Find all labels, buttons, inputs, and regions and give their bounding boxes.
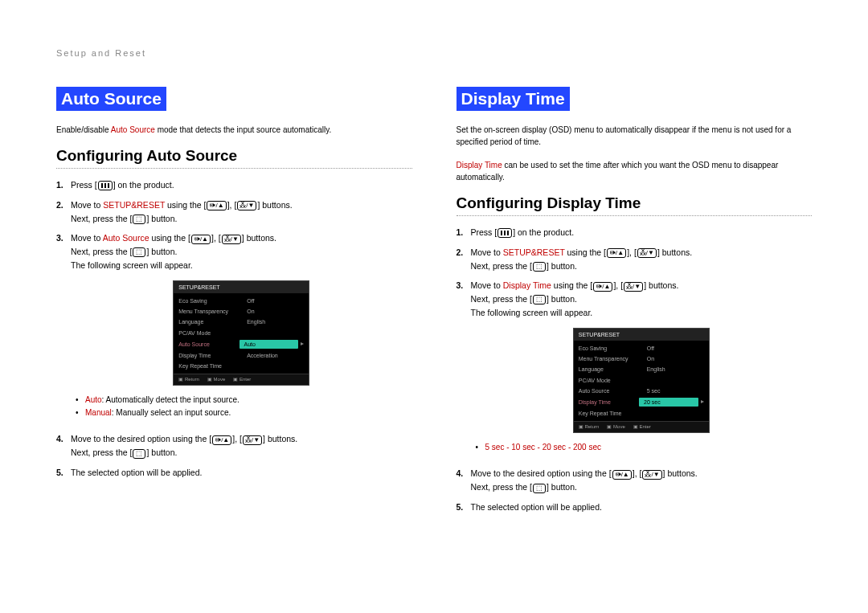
osd-row: Eco SavingOff xyxy=(174,296,309,306)
right-steps: 1. Press [] on the product. 2. Move to S… xyxy=(457,226,813,514)
left-bullets: Auto: Automatically detect the input sou… xyxy=(71,394,412,419)
step-5: 5. The selected option will be applied. xyxy=(457,501,813,514)
enter-icon: ⬚ xyxy=(533,484,546,493)
left-steps: 1. Press [] on the product. 2. Move to S… xyxy=(56,178,412,480)
menu-icon xyxy=(497,228,512,238)
down-icon: ⁂/▼ xyxy=(243,435,262,445)
osd-row: Key Repeat Time xyxy=(174,361,309,371)
enter-icon: ⬚ xyxy=(533,262,546,272)
down-icon: ⁂/▼ xyxy=(624,282,643,292)
enter-icon: ⬚ xyxy=(133,449,145,459)
osd-row: PC/AV Mode xyxy=(174,328,309,338)
right-title: Display Time xyxy=(457,87,570,111)
page-header: Setup and Reset xyxy=(56,48,812,58)
menu-icon xyxy=(98,181,113,190)
step-5: 5. The selected option will be applied. xyxy=(56,466,412,480)
up-icon: 🕪/▲ xyxy=(612,470,632,480)
step-2: 2. Move to SETUP&RESET using the [🕪/▲], … xyxy=(56,198,412,226)
up-icon: 🕪/▲ xyxy=(207,201,226,210)
svg-rect-0 xyxy=(101,183,103,188)
dotted-divider xyxy=(56,168,412,169)
svg-rect-2 xyxy=(108,183,109,188)
enter-icon: ⬚ xyxy=(533,295,546,304)
up-icon: 🕪/▲ xyxy=(212,435,231,445)
right-bullets: 5 sec - 10 sec - 20 sec - 200 sec xyxy=(471,441,813,454)
dotted-divider xyxy=(457,215,813,216)
right-subheading: Configuring Display Time xyxy=(457,194,813,212)
down-icon: ⁂/▼ xyxy=(222,235,241,244)
svg-rect-3 xyxy=(501,231,502,235)
osd-row: Key Repeat Time xyxy=(574,408,709,419)
enter-icon: ⬚ xyxy=(133,247,145,257)
step-4: 4. Move to the desired option using the … xyxy=(56,432,412,460)
step-1: 1. Press [] on the product. xyxy=(56,178,412,192)
columns: Auto Source Enable/disable Auto Source m… xyxy=(56,87,812,521)
down-icon: ⁂/▼ xyxy=(642,470,661,480)
left-osd-preview: SETUP&RESET Eco SavingOffMenu Transparen… xyxy=(173,280,309,386)
svg-rect-5 xyxy=(507,231,509,235)
osd-row: LanguageEnglish xyxy=(174,317,309,327)
osd-row: Display TimeAcceleration xyxy=(174,350,309,361)
step-1: 1. Press [] on the product. xyxy=(457,226,813,239)
svg-rect-1 xyxy=(104,183,106,188)
osd-row: PC/AV Mode xyxy=(574,375,709,386)
up-icon: 🕪/▲ xyxy=(593,282,612,292)
right-osd-preview: SETUP&RESET Eco SavingOffMenu Transparen… xyxy=(573,328,710,434)
down-icon: ⁂/▼ xyxy=(637,248,657,258)
left-intro: Enable/disable Auto Source mode that det… xyxy=(56,124,412,136)
left-subheading: Configuring Auto Source xyxy=(56,147,412,165)
step-3: 3. Move to Display Time using the [🕪/▲],… xyxy=(457,279,813,460)
osd-row: Auto Source5 sec xyxy=(574,386,709,396)
step-4: 4. Move to the desired option using the … xyxy=(457,467,813,494)
right-column: Display Time Set the on-screen display (… xyxy=(457,87,813,521)
enter-icon: ⬚ xyxy=(133,215,145,224)
osd-row: Auto SourceAuto xyxy=(174,338,309,350)
right-intro-1: Set the on-screen display (OSD) menu to … xyxy=(457,124,813,148)
osd-row: LanguageEnglish xyxy=(574,364,709,374)
up-icon: 🕪/▲ xyxy=(191,235,211,244)
left-title: Auto Source xyxy=(56,87,166,111)
svg-rect-4 xyxy=(504,231,506,235)
step-3: 3. Move to Auto Source using the [🕪/▲], … xyxy=(56,231,412,426)
osd-row: Menu TransparencyOn xyxy=(174,306,309,317)
right-intro-2: Display Time can be used to set the time… xyxy=(457,159,813,183)
osd-row: Menu TransparencyOn xyxy=(574,353,709,364)
step-2: 2. Move to SETUP&RESET using the [🕪/▲], … xyxy=(457,246,813,273)
osd-row: Eco SavingOff xyxy=(574,343,709,353)
left-column: Auto Source Enable/disable Auto Source m… xyxy=(56,87,412,521)
down-icon: ⁂/▼ xyxy=(237,201,256,210)
osd-row: Display Time20 sec xyxy=(574,396,709,408)
up-icon: 🕪/▲ xyxy=(607,248,626,258)
